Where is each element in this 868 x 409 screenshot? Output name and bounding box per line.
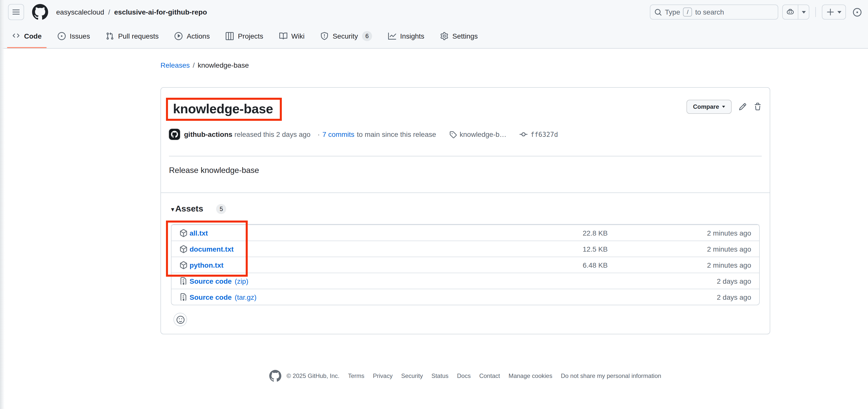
project-icon bbox=[226, 32, 234, 40]
source-code-link[interactable]: Source code bbox=[190, 293, 232, 301]
compare-button[interactable]: Compare bbox=[686, 100, 732, 114]
breadcrumb-releases-link[interactable]: Releases bbox=[160, 61, 190, 69]
assets-section: Assets 5 all.txt 22.8 KB 2 minutes ago bbox=[161, 193, 770, 326]
assets-toggle[interactable]: Assets 5 bbox=[171, 204, 760, 214]
git-pull-request-icon bbox=[106, 32, 114, 40]
hamburger-icon bbox=[12, 8, 20, 16]
tab-insights[interactable]: Insights bbox=[380, 24, 433, 48]
asset-size: 12.5 KB bbox=[583, 245, 643, 253]
edit-release-button[interactable] bbox=[739, 103, 747, 111]
left-scrollbar[interactable] bbox=[0, 0, 4, 409]
package-icon bbox=[180, 229, 188, 237]
caret-down-icon bbox=[171, 205, 174, 213]
chevron-down-icon bbox=[722, 106, 725, 108]
footer-copyright: © 2025 GitHub, Inc. bbox=[270, 370, 339, 382]
assets-table: all.txt 22.8 KB 2 minutes ago document.t… bbox=[171, 224, 760, 305]
footer-link-privacy[interactable]: Privacy bbox=[373, 372, 393, 379]
source-code-link[interactable]: Source code bbox=[190, 277, 232, 285]
release-title: knowledge-base bbox=[173, 101, 273, 117]
repo-owner-link[interactable]: easyscalecloud bbox=[56, 8, 104, 16]
chevron-down-icon bbox=[837, 11, 841, 13]
commit-sha[interactable]: ff6327d bbox=[530, 131, 558, 138]
file-zip-icon bbox=[180, 293, 188, 301]
tab-actions[interactable]: Actions bbox=[167, 24, 218, 48]
graph-icon bbox=[388, 32, 396, 40]
play-icon bbox=[175, 32, 183, 40]
asset-download-link[interactable]: all.txt bbox=[190, 229, 208, 237]
footer-link-manage-cookies[interactable]: Manage cookies bbox=[508, 372, 552, 379]
tab-label: Projects bbox=[238, 32, 263, 40]
release-author-link[interactable]: github-actions bbox=[184, 130, 232, 138]
asset-row: document.txt 12.5 KB 2 minutes ago bbox=[172, 241, 759, 257]
tab-projects[interactable]: Projects bbox=[218, 24, 271, 48]
package-icon bbox=[180, 245, 188, 253]
asset-size: 22.8 KB bbox=[583, 229, 643, 237]
copilot-button[interactable] bbox=[783, 5, 798, 19]
repo-name-link[interactable]: esclusive-ai-for-github-repo bbox=[114, 8, 207, 16]
tab-label: Wiki bbox=[291, 32, 305, 40]
search-icon bbox=[654, 8, 662, 16]
plus-icon bbox=[826, 8, 834, 16]
tab-wiki[interactable]: Wiki bbox=[271, 24, 313, 48]
asset-row: python.txt 6.48 KB 2 minutes ago bbox=[172, 257, 759, 273]
release-commit: ff6327d bbox=[520, 130, 558, 138]
github-logo[interactable] bbox=[32, 4, 48, 20]
footer-link-contact[interactable]: Contact bbox=[479, 372, 500, 379]
release-controls: Compare bbox=[686, 100, 762, 114]
github-actions-avatar[interactable] bbox=[169, 129, 180, 140]
commits-dot: · bbox=[317, 130, 320, 138]
tag-icon bbox=[449, 131, 457, 138]
release-tag-label: knowledge-b… bbox=[460, 130, 506, 138]
search-input[interactable]: Type / to search bbox=[650, 4, 778, 20]
security-count-badge: 6 bbox=[362, 31, 372, 41]
release-card: knowledge-base Compare github-actions bbox=[160, 87, 770, 334]
tab-label: Issues bbox=[70, 32, 90, 40]
global-header: easyscalecloud / esclusive-ai-for-github… bbox=[0, 0, 868, 24]
book-icon bbox=[279, 32, 287, 40]
copilot-dropdown-caret[interactable] bbox=[798, 5, 809, 19]
create-new-button[interactable] bbox=[822, 4, 846, 20]
repo-nav: Code Issues Pull requests Actions Projec… bbox=[0, 24, 868, 49]
tab-label: Insights bbox=[400, 32, 425, 40]
package-icon bbox=[180, 261, 188, 269]
breadcrumb-separator: / bbox=[193, 61, 195, 69]
commits-link[interactable]: 7 commits bbox=[322, 130, 354, 138]
breadcrumb-current: knowledge-base bbox=[198, 61, 249, 69]
gear-icon bbox=[440, 32, 448, 40]
released-text: released this 2 days ago bbox=[235, 130, 311, 138]
delete-release-button[interactable] bbox=[754, 103, 762, 111]
source-code-format[interactable]: (tar.gz) bbox=[235, 293, 256, 301]
tab-security[interactable]: Security 6 bbox=[313, 24, 380, 48]
repo-context-separator: / bbox=[108, 8, 110, 16]
source-code-format[interactable]: (zip) bbox=[235, 277, 248, 285]
tab-pull-requests[interactable]: Pull requests bbox=[98, 24, 167, 48]
tab-code[interactable]: Code bbox=[4, 24, 50, 48]
asset-time: 2 days ago bbox=[643, 277, 751, 285]
footer-link-status[interactable]: Status bbox=[432, 372, 448, 379]
issues-dashboard-button[interactable] bbox=[850, 4, 864, 20]
copilot-button-group bbox=[782, 4, 809, 20]
hamburger-menu-button[interactable] bbox=[8, 4, 24, 20]
issue-opened-icon bbox=[58, 32, 66, 40]
tab-label: Pull requests bbox=[118, 32, 159, 40]
trash-icon bbox=[754, 103, 762, 111]
github-release-page: easyscalecloud / esclusive-ai-for-github… bbox=[0, 0, 868, 409]
tab-label: Code bbox=[24, 32, 42, 40]
tab-settings[interactable]: Settings bbox=[432, 24, 486, 48]
footer-link-docs[interactable]: Docs bbox=[457, 372, 471, 379]
file-zip-icon bbox=[180, 277, 188, 285]
footer-link-security[interactable]: Security bbox=[401, 372, 423, 379]
add-reaction-button[interactable] bbox=[174, 313, 187, 326]
tab-issues[interactable]: Issues bbox=[50, 24, 98, 48]
assets-heading: Assets bbox=[175, 204, 203, 214]
asset-download-link[interactable]: python.txt bbox=[190, 261, 223, 269]
copilot-icon bbox=[786, 8, 794, 16]
header-divider bbox=[815, 7, 816, 17]
asset-download-link[interactable]: document.txt bbox=[190, 245, 234, 253]
code-icon bbox=[12, 32, 20, 40]
footer-link-do-not-share[interactable]: Do not share my personal information bbox=[561, 372, 661, 379]
header-actions: Type / to search bbox=[650, 4, 864, 20]
pencil-icon bbox=[739, 103, 747, 111]
asset-row: Source code (tar.gz) 2 days ago bbox=[172, 289, 759, 305]
footer-link-terms[interactable]: Terms bbox=[348, 372, 364, 379]
